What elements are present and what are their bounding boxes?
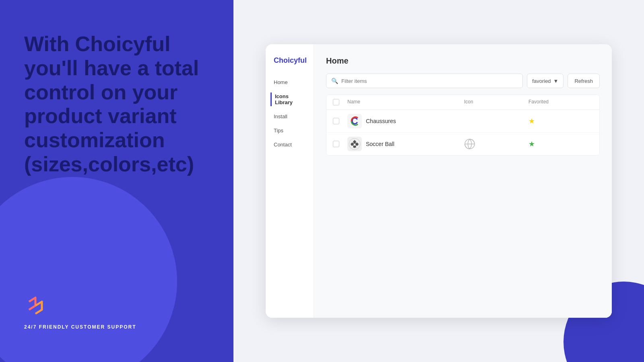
header-icon: Icon: [464, 99, 528, 105]
support-text: 24/7 FRIENDLY CUSTOMER SUPPORT: [24, 324, 136, 330]
items-table: Name Icon Favorited C: [326, 95, 600, 156]
row-1-star-icon[interactable]: ★: [528, 117, 535, 125]
row-2-checkbox[interactable]: [333, 141, 339, 147]
chaussures-thumb: C: [347, 114, 362, 128]
sidebar: Choicyful Home Icons Library Install Tip…: [266, 44, 314, 318]
chevron-down-icon: ▼: [553, 78, 559, 84]
search-box: 🔍: [326, 74, 523, 88]
row-2-star-icon[interactable]: ★: [528, 140, 535, 148]
left-panel: With Choicyful you'll have a total contr…: [0, 0, 233, 362]
app-window: Choicyful Home Icons Library Install Tip…: [266, 44, 612, 318]
table-header: Name Icon Favorited: [326, 95, 599, 110]
brand-logo: Choicyful: [274, 56, 305, 65]
header-checkbox-col: [333, 99, 347, 105]
circle-decoration: [0, 177, 177, 362]
header-favorited: Favorited: [528, 99, 593, 105]
search-icon: 🔍: [331, 78, 338, 84]
hero-text: With Choicyful you'll have a total contr…: [24, 32, 209, 177]
row-2-icon-cell: [464, 138, 528, 150]
row-2-name: Soccer Ball: [366, 141, 394, 147]
search-input[interactable]: [341, 78, 518, 84]
table-row: Soccer Ball ★: [326, 133, 599, 155]
sidebar-nav: Home Icons Library Install Tips Contact: [274, 78, 305, 148]
filter-button[interactable]: favoried ▼: [527, 74, 564, 88]
soccer-thumb: [347, 137, 362, 151]
sidebar-item-contact[interactable]: Contact: [274, 141, 305, 148]
row-checkbox[interactable]: [333, 118, 347, 124]
sidebar-item-tips[interactable]: Tips: [274, 127, 305, 134]
sidebar-item-home[interactable]: Home: [274, 78, 305, 86]
row-1-checkbox[interactable]: [333, 118, 339, 124]
page-title: Home: [326, 56, 600, 66]
main-content: Home 🔍 favoried ▼ Refresh: [314, 44, 612, 318]
row-1-name: Chaussures: [366, 118, 396, 124]
row-2-thumbnail: [347, 137, 362, 151]
header-name: Name: [347, 99, 464, 105]
row-1-thumbnail: C: [347, 114, 362, 128]
row-1-name-cell: C Chaussures: [347, 114, 464, 128]
row-2-favorited-cell: ★: [528, 140, 593, 148]
row-2-name-cell: Soccer Ball: [347, 137, 464, 151]
row-1-favorited-cell: ★: [528, 117, 593, 125]
refresh-button[interactable]: Refresh: [568, 74, 600, 88]
sidebar-item-icons-library[interactable]: Icons Library: [270, 93, 305, 106]
logo-icon: [24, 294, 48, 318]
sidebar-item-install[interactable]: Install: [274, 113, 305, 120]
bottom-logo: 24/7 FRIENDLY CUSTOMER SUPPORT: [24, 294, 136, 330]
row-2-checkbox-wrap[interactable]: [333, 141, 347, 147]
toolbar: 🔍 favoried ▼ Refresh: [326, 74, 600, 88]
row-2-icon: [464, 138, 475, 150]
table-row: C Chaussures ★: [326, 110, 599, 133]
select-all-checkbox[interactable]: [333, 99, 339, 105]
right-panel: Choicyful Home Icons Library Install Tip…: [233, 0, 644, 362]
